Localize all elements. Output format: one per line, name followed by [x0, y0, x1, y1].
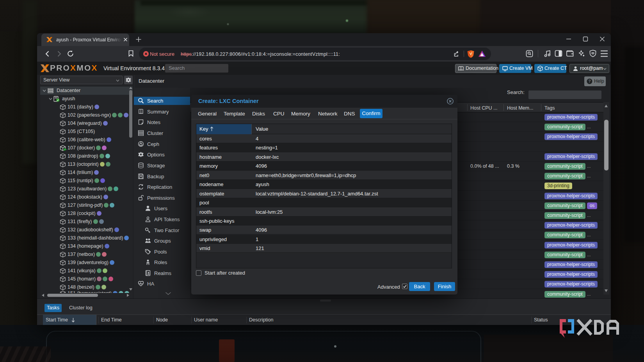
svg-text:?: ? [588, 79, 591, 83]
